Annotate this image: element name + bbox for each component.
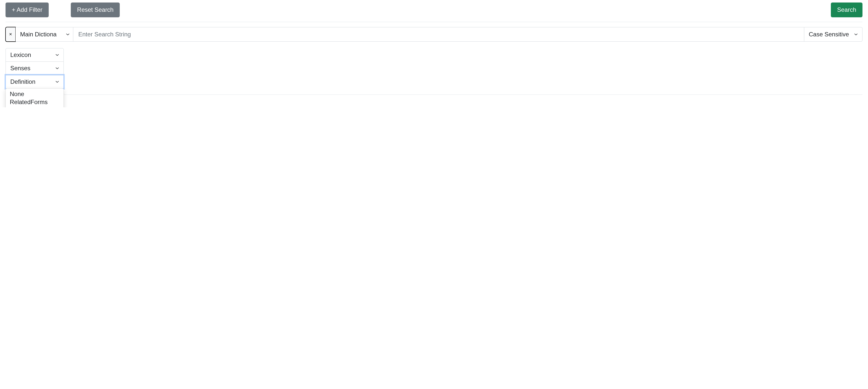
search-button[interactable]: Search bbox=[831, 2, 863, 17]
reset-search-button[interactable]: Reset Search bbox=[71, 2, 120, 17]
path-select-label: Definition bbox=[10, 78, 35, 85]
search-input[interactable] bbox=[73, 27, 804, 42]
dictionary-select-label: Main Dictiona bbox=[20, 31, 57, 38]
close-icon: × bbox=[9, 31, 12, 37]
dropdown-menu[interactable]: NoneRelatedFormsReferencespart_of_speech… bbox=[5, 88, 64, 107]
dropdown-option[interactable]: None bbox=[6, 90, 63, 98]
case-sensitive-select[interactable]: Case Sensitive bbox=[804, 27, 863, 42]
chevron-down-icon bbox=[56, 80, 59, 84]
dropdown-option[interactable]: References bbox=[6, 106, 63, 107]
path-select-level1[interactable]: Lexicon bbox=[5, 48, 64, 62]
chevron-down-icon bbox=[56, 66, 59, 70]
toolbar: + Add Filter Reset Search Search bbox=[5, 2, 863, 17]
chevron-down-icon bbox=[66, 33, 69, 36]
chevron-down-icon bbox=[854, 33, 858, 36]
remove-filter-button[interactable]: × bbox=[5, 27, 16, 42]
divider bbox=[5, 22, 863, 22]
path-selects: Lexicon Senses Definition NoneRelatedFor… bbox=[5, 48, 64, 89]
add-filter-button[interactable]: + Add Filter bbox=[5, 2, 49, 17]
dictionary-select[interactable]: Main Dictiona bbox=[16, 27, 73, 42]
case-sensitive-label: Case Sensitive bbox=[809, 31, 849, 38]
dropdown-option[interactable]: RelatedForms bbox=[6, 98, 63, 106]
filter-row: × Main Dictiona Case Sensitive bbox=[5, 27, 863, 42]
path-select-label: Lexicon bbox=[10, 52, 31, 59]
chevron-down-icon bbox=[56, 53, 59, 57]
path-select-level2[interactable]: Senses bbox=[5, 62, 64, 75]
path-select-label: Senses bbox=[10, 65, 30, 72]
path-select-level3[interactable]: Definition bbox=[5, 75, 64, 89]
